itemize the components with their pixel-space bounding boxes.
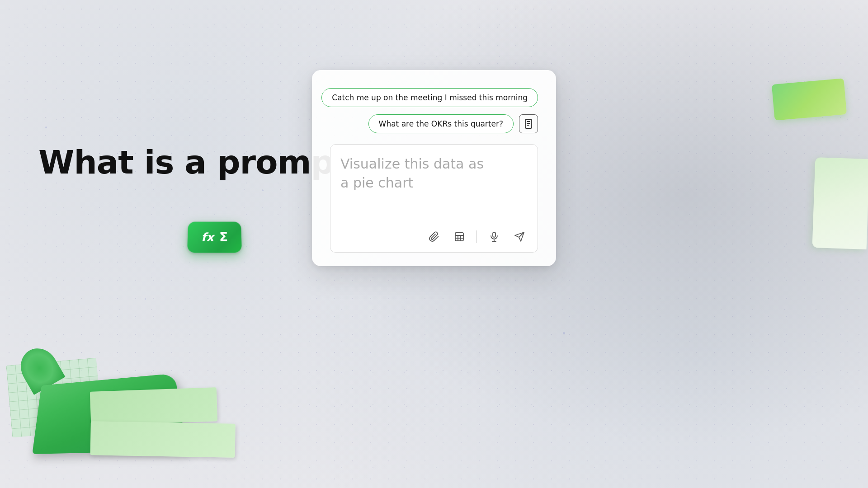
fx-label: fx — [201, 230, 214, 244]
speckle — [145, 298, 146, 300]
toolbar-divider — [476, 230, 477, 243]
chip-meeting[interactable]: Catch me up on the meeting I missed this… — [321, 88, 538, 107]
chips-area: Catch me up on the meeting I missed this… — [330, 88, 538, 133]
input-toolbar — [340, 223, 528, 245]
chat-panel: Catch me up on the meeting I missed this… — [312, 70, 556, 266]
sticky-note-1 — [90, 387, 217, 426]
speckle — [45, 127, 47, 128]
formula-button[interactable]: fx Σ — [187, 222, 242, 253]
deco-green-light — [812, 157, 868, 249]
send-icon[interactable] — [511, 229, 528, 245]
attach-icon[interactable] — [426, 229, 442, 245]
document-icon[interactable] — [519, 114, 538, 133]
svg-rect-4 — [455, 233, 463, 241]
speckle — [262, 190, 264, 191]
svg-rect-0 — [525, 119, 532, 128]
input-area[interactable]: Visualize this data as a pie chart — [330, 144, 538, 253]
table-icon[interactable] — [451, 229, 467, 245]
microphone-icon[interactable] — [486, 229, 502, 245]
svg-rect-9 — [493, 232, 495, 237]
chip-okr[interactable]: What are the OKRs this quarter? — [368, 114, 514, 133]
deco-sticky-notes — [90, 389, 235, 461]
input-placeholder: Visualize this data as a pie chart — [340, 155, 528, 216]
chip-row-2: What are the OKRs this quarter? — [368, 114, 538, 133]
deco-green-gradient — [772, 78, 847, 121]
sigma-label: Σ — [219, 230, 228, 244]
sticky-note-2 — [90, 421, 236, 458]
speckle — [563, 332, 565, 334]
chip-row-1: Catch me up on the meeting I missed this… — [321, 88, 538, 107]
